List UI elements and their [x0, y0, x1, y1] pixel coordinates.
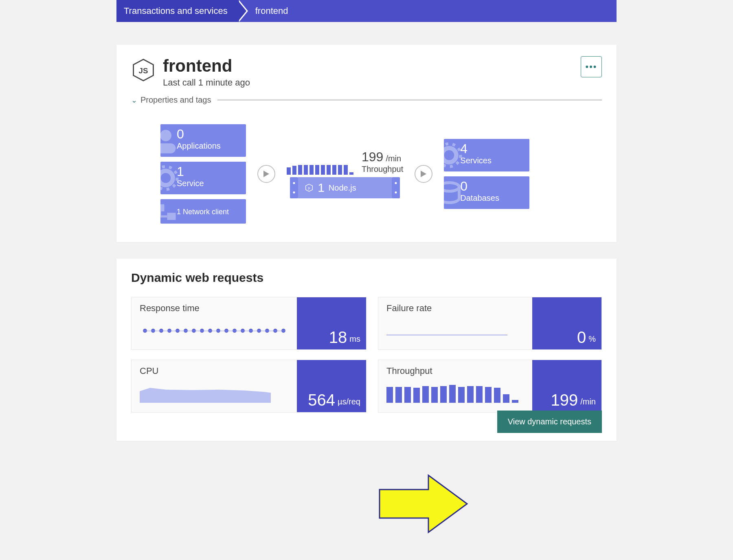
tile-network-client[interactable]: 1 Network client	[160, 199, 246, 224]
gear-icon	[444, 141, 463, 169]
play-icon	[263, 171, 269, 177]
svg-point-14	[444, 183, 459, 191]
metric-title: CPU	[140, 366, 289, 376]
chevron-down-icon: ⌄	[131, 96, 137, 105]
svg-rect-6	[160, 204, 165, 212]
tile-applications[interactable]: 0 Applications	[160, 124, 246, 157]
svg-marker-8	[263, 171, 269, 177]
metric-unit: µs/req	[338, 397, 360, 406]
metric-value: 0	[577, 329, 586, 345]
metric-title: Throughput	[386, 366, 524, 376]
grip-icon	[290, 177, 298, 198]
svg-rect-3	[160, 143, 176, 154]
properties-tags-label: Properties and tags	[140, 95, 211, 105]
area-sparkline	[140, 384, 271, 403]
flow-arrow-left[interactable]	[257, 165, 275, 183]
breadcrumb-current-label: frontend	[255, 6, 288, 16]
nodejs-icon: js	[305, 183, 314, 192]
tile-databases[interactable]: 0 Databases	[444, 176, 529, 209]
node-count: 1	[318, 181, 325, 195]
svg-marker-11	[421, 171, 426, 177]
bar-sparkline	[386, 384, 518, 403]
breadcrumb-root-label: Transactions and services	[124, 6, 228, 16]
flow-right-col: 4 Services 0 Databases	[444, 139, 529, 209]
metric-cpu[interactable]: CPU 564 µs/req	[131, 360, 366, 413]
flow-arrow-right[interactable]	[415, 165, 432, 183]
throughput-readout: 199/min Throughput	[362, 149, 403, 174]
metric-failure-rate[interactable]: Failure rate 0 %	[378, 297, 602, 350]
svg-text:JS: JS	[139, 66, 148, 75]
dot-sparkline	[140, 329, 289, 333]
metric-graph	[386, 380, 524, 406]
metric-title: Failure rate	[386, 303, 524, 314]
gear-icon	[160, 164, 180, 192]
ellipsis-icon: •••	[585, 61, 597, 72]
metric-value: 18	[329, 329, 347, 345]
play-icon	[421, 171, 426, 177]
flat-line	[386, 335, 507, 335]
metric-unit: ms	[349, 334, 360, 344]
svg-point-12	[444, 148, 456, 163]
node-label: Node.js	[329, 183, 356, 193]
metric-graph	[140, 318, 289, 344]
metric-graph	[386, 318, 524, 344]
node-body: js 1 Node.js	[298, 177, 392, 198]
node-bar[interactable]: js 1 Node.js	[290, 177, 400, 198]
throughput-sparkline	[287, 164, 353, 175]
breadcrumb: Transactions and services frontend	[116, 0, 617, 22]
svg-point-2	[160, 130, 171, 141]
more-menu-button[interactable]: •••	[581, 56, 602, 77]
grip-icon	[392, 177, 400, 198]
throughput-value: 199	[362, 149, 383, 164]
button-label: View dynamic requests	[508, 417, 591, 426]
svg-rect-7	[167, 213, 176, 220]
service-subtitle: Last call 1 minute ago	[163, 77, 250, 88]
tile-services[interactable]: 4 Services	[444, 139, 529, 171]
service-flow: 0 Applications 1 Service 1 Network clien…	[131, 124, 602, 224]
breadcrumb-root[interactable]: Transactions and services	[116, 0, 237, 22]
dynamic-requests-card: Dynamic web requests Response time 18 ms	[116, 259, 617, 441]
dynamic-requests-heading: Dynamic web requests	[131, 271, 602, 285]
metric-throughput[interactable]: Throughput 199 /min	[378, 360, 602, 413]
svg-point-4	[160, 171, 173, 185]
properties-tags-toggle[interactable]: ⌄ Properties and tags	[131, 95, 602, 105]
service-title: frontend	[163, 56, 250, 76]
flow-left-col: 0 Applications 1 Service 1 Network clien…	[160, 124, 246, 224]
metric-graph	[140, 380, 289, 406]
flow-center: 199/min Throughput js 1 Node.js	[287, 149, 403, 198]
metric-value: 199	[551, 392, 578, 408]
service-header-card: JS frontend Last call 1 minute ago ••• ⌄…	[116, 45, 617, 242]
annotation-arrow-icon	[375, 469, 473, 538]
metric-unit: /min	[580, 397, 596, 406]
tile-service[interactable]: 1 Service	[160, 162, 246, 194]
svg-text:js: js	[308, 187, 311, 190]
view-dynamic-requests-button[interactable]: View dynamic requests	[497, 411, 602, 433]
network-icon	[160, 199, 180, 224]
throughput-unit: /min	[386, 154, 401, 163]
metric-title: Response time	[140, 303, 289, 314]
metric-response-time[interactable]: Response time 18 ms	[131, 297, 366, 350]
user-icon	[160, 126, 180, 155]
divider	[217, 100, 602, 100]
database-icon	[444, 178, 463, 207]
metric-value: 564	[308, 392, 335, 408]
metric-unit: %	[588, 334, 596, 344]
throughput-label: Throughput	[362, 165, 403, 174]
svg-marker-15	[380, 475, 467, 532]
nodejs-icon: JS	[131, 58, 156, 82]
